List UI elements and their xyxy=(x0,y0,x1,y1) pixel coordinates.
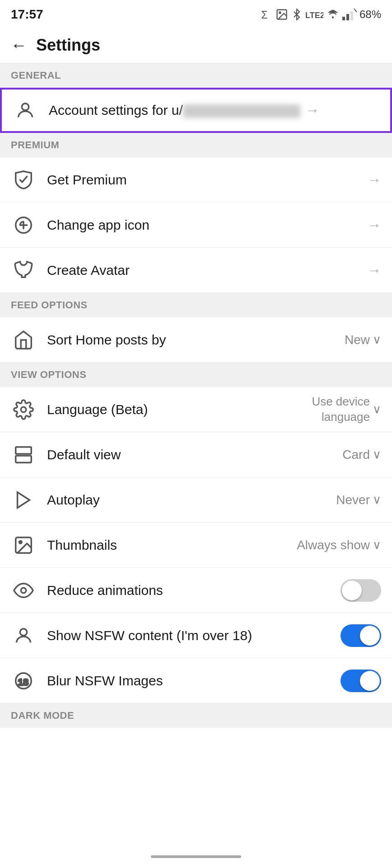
default-view-row[interactable]: Default view Card ∨ xyxy=(0,432,392,477)
toggle-knob xyxy=(360,626,380,646)
nsfw-user-icon xyxy=(11,623,36,648)
avatar-icon xyxy=(11,258,36,283)
svg-rect-12 xyxy=(16,447,32,453)
svg-line-8 xyxy=(354,9,357,12)
arrow-icon: → xyxy=(368,217,381,233)
show-nsfw-label: Show NSFW content (I'm over 18) xyxy=(47,628,341,643)
toggle-knob xyxy=(342,580,362,600)
blur-nsfw-row[interactable]: 18 Blur NSFW Images xyxy=(0,658,392,703)
language-label: Language (Beta) xyxy=(47,402,312,417)
image-icon xyxy=(275,8,288,21)
default-view-value[interactable]: Card ∨ xyxy=(342,448,381,462)
svg-point-18 xyxy=(20,628,27,635)
show-nsfw-row[interactable]: Show NSFW content (I'm over 18) xyxy=(0,613,392,658)
wifi-icon xyxy=(326,9,340,20)
section-dark-mode: DARK MODE xyxy=(0,703,392,728)
autoplay-label: Autoplay xyxy=(47,492,336,508)
lte-icon: LTE2 xyxy=(305,8,323,21)
get-premium-label: Get Premium xyxy=(47,172,362,188)
username-blurred xyxy=(183,104,300,118)
change-app-icon-row[interactable]: Change app icon → xyxy=(0,203,392,248)
sort-home-row[interactable]: Sort Home posts by New ∨ xyxy=(0,317,392,363)
status-icons: Σ LTE2 68% xyxy=(260,8,381,21)
svg-point-9 xyxy=(22,104,28,110)
sigma-icon: Σ xyxy=(260,8,273,21)
home-icon xyxy=(11,327,36,353)
signal-icon xyxy=(342,9,357,20)
autoplay-value[interactable]: Never ∨ xyxy=(336,493,381,507)
user-icon xyxy=(13,98,38,123)
app-icon-icon xyxy=(11,212,36,238)
svg-text:LTE2: LTE2 xyxy=(305,11,323,20)
home-indicator xyxy=(151,855,241,858)
premium-shield-icon xyxy=(11,167,36,193)
sort-home-label: Sort Home posts by xyxy=(47,332,345,348)
sort-home-value[interactable]: New ∨ xyxy=(345,333,381,347)
svg-point-11 xyxy=(21,407,26,412)
toggle-knob xyxy=(360,671,380,691)
account-settings-row[interactable]: Account settings for u/ → xyxy=(0,88,392,133)
blur-nsfw-icon: 18 xyxy=(11,668,36,693)
section-general: GENERAL xyxy=(0,63,392,88)
svg-rect-5 xyxy=(342,17,345,20)
svg-rect-7 xyxy=(350,11,353,20)
arrow-icon: → xyxy=(306,103,319,118)
thumbnails-label: Thumbnails xyxy=(47,538,297,553)
svg-marker-14 xyxy=(18,492,30,508)
default-view-icon xyxy=(11,442,36,467)
page-title: Settings xyxy=(36,36,100,55)
bottom-nav-bar xyxy=(0,845,392,868)
svg-point-2 xyxy=(279,12,281,14)
thumbnails-value[interactable]: Always show ∨ xyxy=(297,538,381,552)
create-avatar-label: Create Avatar xyxy=(47,263,362,278)
eye-icon xyxy=(11,578,36,603)
chevron-down-icon: ∨ xyxy=(373,538,381,552)
svg-text:18: 18 xyxy=(18,676,29,687)
account-settings-text: Account settings for u/ xyxy=(49,103,300,118)
svg-rect-6 xyxy=(346,14,349,20)
svg-text:Σ: Σ xyxy=(261,9,267,21)
back-button[interactable]: ← xyxy=(11,37,27,53)
language-value[interactable]: Use devicelanguage ∨ xyxy=(312,394,381,425)
bluetooth-icon xyxy=(291,9,303,20)
svg-point-17 xyxy=(21,588,26,593)
change-app-icon-label: Change app icon xyxy=(47,217,362,233)
get-premium-row[interactable]: Get Premium → xyxy=(0,157,392,203)
language-row[interactable]: Language (Beta) Use devicelanguage ∨ xyxy=(0,387,392,432)
chevron-down-icon: ∨ xyxy=(373,402,381,416)
section-premium: PREMIUM xyxy=(0,133,392,157)
svg-rect-13 xyxy=(16,455,32,462)
settings-header: ← Settings xyxy=(0,27,392,63)
status-time: 17:57 xyxy=(11,7,43,22)
thumbnails-icon xyxy=(11,533,36,558)
section-feed-options: FEED OPTIONS xyxy=(0,293,392,317)
reduce-animations-label: Reduce animations xyxy=(47,583,341,598)
chevron-down-icon: ∨ xyxy=(373,448,381,462)
autoplay-row[interactable]: Autoplay Never ∨ xyxy=(0,477,392,523)
arrow-icon: → xyxy=(368,263,381,278)
arrow-icon: → xyxy=(368,172,381,188)
reduce-animations-toggle[interactable] xyxy=(341,579,381,602)
thumbnails-row[interactable]: Thumbnails Always show ∨ xyxy=(0,523,392,568)
section-view-options: VIEW OPTIONS xyxy=(0,363,392,387)
blur-nsfw-label: Blur NSFW Images xyxy=(47,673,341,689)
create-avatar-row[interactable]: Create Avatar → xyxy=(0,248,392,293)
status-bar: 17:57 Σ LTE2 68% xyxy=(0,0,392,27)
autoplay-icon xyxy=(11,487,36,513)
battery-level: 68% xyxy=(359,8,381,21)
default-view-label: Default view xyxy=(47,447,342,462)
reduce-animations-row[interactable]: Reduce animations xyxy=(0,568,392,613)
chevron-down-icon: ∨ xyxy=(373,333,381,347)
svg-point-4 xyxy=(332,16,334,18)
svg-point-16 xyxy=(19,541,22,543)
show-nsfw-toggle[interactable] xyxy=(341,624,381,647)
language-gear-icon xyxy=(11,397,36,422)
blur-nsfw-toggle[interactable] xyxy=(341,670,381,692)
chevron-down-icon: ∨ xyxy=(373,493,381,507)
